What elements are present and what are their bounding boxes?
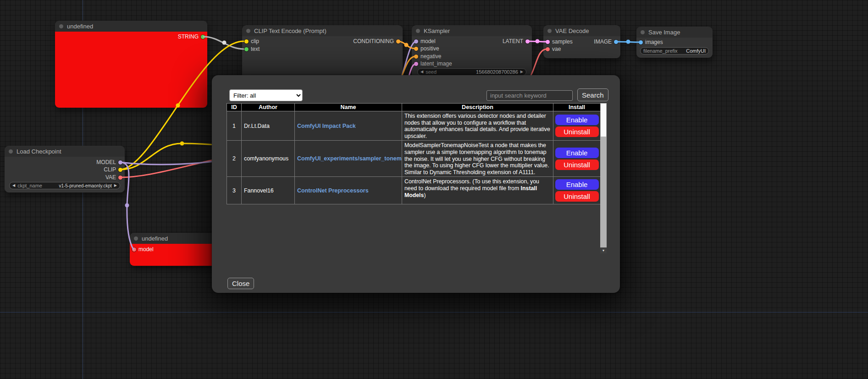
node-title-bar[interactable]: KSampler: [412, 25, 532, 36]
node-title-bar[interactable]: Load Checkpoint: [5, 146, 125, 157]
cell-id: 3: [227, 177, 242, 204]
output-dot-icon[interactable]: [118, 160, 122, 165]
ckpt-name-widget[interactable]: ◀ ckpt_name v1-5-pruned-emaonly.ckpt ▶: [9, 182, 120, 189]
output-dot-icon[interactable]: [525, 39, 530, 44]
widget-value: 156680208700286: [476, 69, 518, 75]
search-button[interactable]: Search: [577, 88, 608, 101]
close-button[interactable]: Close: [227, 278, 254, 289]
manager-dialog: Filter: all Search ID Author Name Descri…: [212, 75, 620, 293]
input-slot-positive[interactable]: positive: [414, 45, 439, 52]
input-slot-text[interactable]: text: [244, 46, 260, 52]
node-title-bar[interactable]: undefined: [55, 21, 207, 32]
input-dot-icon[interactable]: [414, 47, 418, 51]
output-slot-clip[interactable]: CLIP: [104, 166, 122, 173]
output-slot-vae[interactable]: VAE: [105, 174, 122, 181]
input-slot-samples[interactable]: samples: [546, 38, 573, 45]
col-header-author: Author: [242, 104, 295, 111]
enable-button[interactable]: Enable: [555, 179, 599, 190]
slot-label: model: [420, 38, 436, 44]
node-title-bar[interactable]: CLIP Text Encode (Prompt): [242, 25, 403, 36]
output-slot-model[interactable]: MODEL: [96, 159, 122, 165]
node-title: undefined: [142, 235, 168, 242]
output-dot-icon[interactable]: [614, 40, 618, 44]
output-slot-conditioning[interactable]: CONDITIONING: [353, 38, 400, 44]
comfyui-canvas[interactable]: undefined STRING CLIP Text Encode (Promp…: [0, 0, 868, 379]
node-clip-text-encode[interactable]: CLIP Text Encode (Prompt) clip text COND…: [242, 25, 403, 80]
output-dot-icon[interactable]: [201, 35, 205, 39]
input-dot-icon[interactable]: [414, 62, 418, 66]
enable-button[interactable]: Enable: [555, 115, 599, 125]
output-dot-icon[interactable]: [118, 176, 122, 180]
input-dot-icon[interactable]: [639, 40, 643, 44]
uninstall-button[interactable]: Uninstall: [555, 191, 599, 202]
slot-label: positive: [420, 45, 439, 52]
input-dot-icon[interactable]: [244, 39, 249, 44]
collapse-dot-icon[interactable]: [134, 236, 138, 241]
output-dot-icon[interactable]: [396, 39, 400, 44]
extension-link[interactable]: ComfyUI_experiments/sampler_tonemap: [297, 155, 402, 162]
extension-link[interactable]: ControlNet Preprocessors: [297, 187, 369, 194]
input-dot-icon[interactable]: [132, 247, 136, 252]
scroll-down-button[interactable]: ▼: [600, 247, 607, 253]
input-dot-icon[interactable]: [546, 47, 550, 51]
input-slot-latent-image[interactable]: latent_image: [414, 60, 452, 67]
cell-description: ControlNet Preprocessors. (To use this e…: [402, 177, 553, 204]
scrollbar-thumb[interactable]: [601, 104, 606, 137]
table-row: 3 Fannovel16 ControlNet Preprocessors Co…: [227, 177, 601, 204]
increment-arrow-icon[interactable]: ▶: [114, 184, 117, 187]
col-header-install: Install: [553, 104, 601, 111]
table-row: 2 comfyanonymous ComfyUI_experiments/sam…: [227, 141, 601, 177]
description-text: ): [424, 192, 426, 198]
node-vae-decode[interactable]: VAE Decode samples vae IMAGE: [543, 25, 620, 58]
input-slot-model[interactable]: model: [414, 38, 436, 44]
seed-widget[interactable]: ◀ seed 156680208700286 ▶: [417, 68, 526, 76]
decrement-arrow-icon[interactable]: ◀: [420, 70, 423, 74]
node-title: CLIP Text Encode (Prompt): [254, 27, 326, 34]
cell-author: Dr.Lt.Data: [242, 111, 295, 141]
filename-prefix-widget[interactable]: filename_prefix ComfyUI: [640, 47, 709, 55]
input-slot-model[interactable]: model: [132, 246, 154, 253]
collapse-dot-icon[interactable]: [416, 29, 420, 33]
slot-label: vae: [552, 46, 561, 52]
scrollbar[interactable]: ▼: [600, 103, 607, 253]
output-slot-latent[interactable]: LATENT: [503, 38, 530, 44]
collapse-dot-icon[interactable]: [59, 24, 63, 28]
node-title-bar[interactable]: Save Image: [636, 27, 713, 38]
node-ksampler[interactable]: KSampler model positive negative latent_…: [412, 25, 532, 78]
slot-label: VAE: [105, 174, 116, 181]
collapse-dot-icon[interactable]: [246, 29, 250, 33]
extension-link[interactable]: ComfyUI Impact Pack: [297, 123, 356, 129]
slot-label: images: [645, 39, 663, 45]
increment-arrow-icon[interactable]: ▶: [520, 70, 523, 74]
output-slot-string[interactable]: STRING: [178, 33, 205, 40]
link-dot: [125, 203, 129, 208]
input-dot-icon[interactable]: [546, 40, 550, 44]
link-string-to-text: [204, 37, 243, 49]
input-slot-clip[interactable]: clip: [244, 38, 259, 44]
output-dot-icon[interactable]: [118, 168, 122, 172]
decrement-arrow-icon[interactable]: ◀: [12, 184, 15, 187]
input-slot-images[interactable]: images: [639, 39, 663, 45]
input-slot-vae[interactable]: vae: [546, 46, 561, 52]
input-dot-icon[interactable]: [244, 47, 249, 51]
node-save-image[interactable]: Save Image images filename_prefix ComfyU…: [636, 27, 713, 58]
collapse-dot-icon[interactable]: [9, 149, 13, 154]
col-header-name: Name: [295, 104, 402, 111]
output-slot-image[interactable]: IMAGE: [594, 38, 618, 45]
node-undefined-top[interactable]: undefined STRING: [55, 21, 207, 108]
input-dot-icon[interactable]: [414, 55, 418, 59]
cell-install: Enable Uninstall: [553, 177, 601, 204]
slot-label: IMAGE: [594, 38, 612, 45]
uninstall-button[interactable]: Uninstall: [555, 159, 599, 170]
filter-select[interactable]: Filter: all: [229, 89, 303, 101]
input-slot-negative[interactable]: negative: [414, 53, 441, 60]
input-dot-icon[interactable]: [414, 39, 418, 44]
node-title-bar[interactable]: VAE Decode: [543, 25, 620, 36]
collapse-dot-icon[interactable]: [641, 30, 645, 34]
node-title: KSampler: [424, 27, 450, 34]
node-load-checkpoint[interactable]: Load Checkpoint MODEL CLIP VAE ◀ ckpt_na…: [5, 146, 125, 192]
search-input[interactable]: [487, 90, 573, 101]
enable-button[interactable]: Enable: [555, 148, 599, 158]
uninstall-button[interactable]: Uninstall: [555, 126, 599, 137]
collapse-dot-icon[interactable]: [547, 29, 552, 33]
